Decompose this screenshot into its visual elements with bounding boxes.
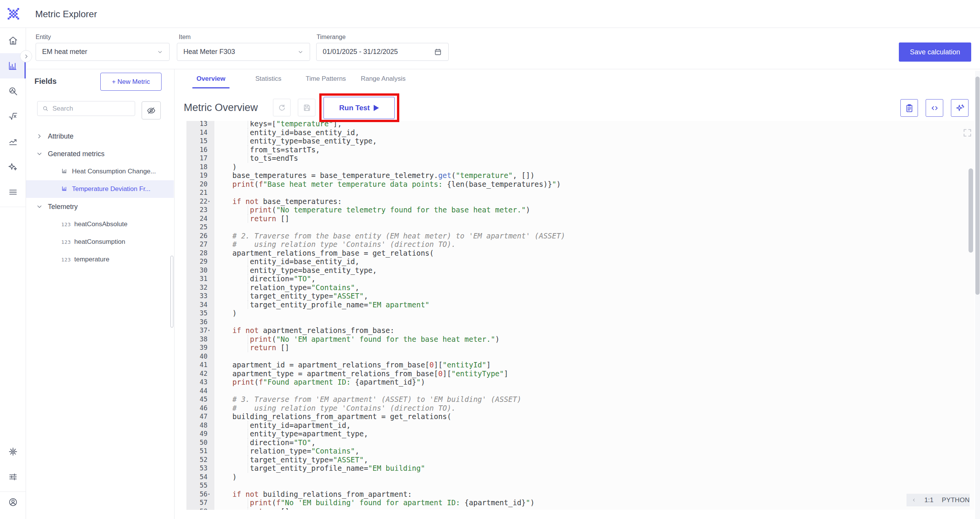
- code-line[interactable]: 54): [186, 473, 974, 481]
- code-line[interactable]: 36: [186, 318, 974, 326]
- code-line[interactable]: 41apartment_id = apartment_relations_fro…: [186, 361, 974, 369]
- code-line[interactable]: 49 entity_type=apartment_type,: [186, 429, 974, 438]
- tree-item[interactable]: 123heatConsAbsolute: [26, 215, 174, 233]
- search-input[interactable]: [52, 105, 130, 113]
- code-line[interactable]: 19base_temperatures = base_temperature_t…: [186, 171, 974, 180]
- save-metric-button[interactable]: [298, 99, 315, 116]
- code-line[interactable]: 40: [186, 352, 974, 361]
- editor-scrollbar-thumb[interactable]: [969, 168, 973, 253]
- tree-item[interactable]: 123temperature: [26, 251, 174, 268]
- sidebar-item-home[interactable]: [0, 28, 26, 53]
- line-number: 28: [186, 249, 214, 258]
- sidebar-expand-button[interactable]: [20, 50, 32, 62]
- sidebar-item-trend[interactable]: [0, 129, 26, 154]
- code-line[interactable]: 18): [186, 163, 974, 171]
- gear-icon: [8, 447, 18, 457]
- code-line[interactable]: 53 target_entity_profile_name="EM buildi…: [186, 464, 974, 473]
- fields-panel-scrollbar[interactable]: [170, 256, 173, 328]
- code-line[interactable]: 55: [186, 481, 974, 490]
- code-line[interactable]: 17 to_ts=endTs: [186, 154, 974, 163]
- code-line[interactable]: 28apartment_relations_from_base = get_re…: [186, 249, 974, 258]
- code-text: # using relation type 'Contains' (direct…: [214, 404, 974, 413]
- code-line[interactable]: 39 return []: [186, 343, 974, 352]
- code-line[interactable]: 34 target_entity_profile_name="EM apartm…: [186, 300, 974, 309]
- tab-statistics[interactable]: Statistics: [240, 69, 297, 88]
- code-line[interactable]: 51 relation_type="Contains",: [186, 447, 974, 455]
- code-line[interactable]: 21: [186, 188, 974, 197]
- refresh-button[interactable]: [273, 99, 291, 116]
- page-scrollbar-thumb[interactable]: [975, 77, 980, 295]
- tree-category-generated-metrics[interactable]: Generated metrics: [26, 145, 174, 163]
- sidebar-item-sparkles[interactable]: [0, 154, 26, 180]
- code-line[interactable]: 26# 2. Traverse from the base entity (EM…: [186, 232, 974, 240]
- tab-range-analysis[interactable]: Range Analysis: [354, 69, 412, 88]
- fullscreen-icon[interactable]: [962, 128, 972, 138]
- tree-item[interactable]: Temperature Deviation Fr...: [26, 180, 174, 198]
- tree-item-label: Temperature Deviation Fr...: [72, 185, 150, 193]
- code-line[interactable]: 56▾if not building_relations_from_apartm…: [186, 490, 974, 499]
- code-line[interactable]: 23 print("No temperature telemetry found…: [186, 206, 974, 214]
- entity-select[interactable]: EM heat meter: [36, 43, 170, 61]
- timerange-picker[interactable]: 01/01/2025 - 31/12/2025: [316, 43, 449, 61]
- code-line[interactable]: 33 target_entity_type="ASSET",: [186, 292, 974, 300]
- code-line[interactable]: 29 entity_id=base_entity_id,: [186, 257, 974, 266]
- field-search[interactable]: [37, 101, 135, 116]
- code-line[interactable]: 15 entity_type=base_entity_type,: [186, 137, 974, 145]
- code-line[interactable]: 52 target_entity_type="ASSET",: [186, 455, 974, 464]
- tree-category-attribute[interactable]: Attribute: [26, 127, 174, 145]
- code-line[interactable]: 50 direction="TO",: [186, 438, 974, 447]
- sidebar-item-search-anomaly[interactable]: [0, 78, 26, 104]
- code-line[interactable]: 22▾if not base_temperatures:: [186, 197, 974, 206]
- code-line[interactable]: 31 direction="TO",: [186, 274, 974, 283]
- code-editor[interactable]: 13 keys=["temperature"],14 entity_id=bas…: [186, 121, 974, 510]
- run-test-button[interactable]: Run Test: [323, 97, 395, 119]
- sidebar-item-menu[interactable]: [0, 180, 26, 205]
- code-line[interactable]: 35): [186, 309, 974, 318]
- fold-marker-icon[interactable]: ▾: [208, 197, 210, 206]
- code-line[interactable]: 46# using relation type 'Contains' (dire…: [186, 404, 974, 413]
- code-line[interactable]: 42apartment_type = apartment_relations_f…: [186, 369, 974, 378]
- tab-time-patterns[interactable]: Time Patterns: [297, 69, 354, 88]
- fold-marker-icon[interactable]: ▾: [208, 490, 210, 499]
- code-text: target_entity_type="ASSET",: [214, 455, 974, 464]
- code-line[interactable]: 44: [186, 387, 974, 395]
- sidebar-item-user[interactable]: [0, 490, 26, 515]
- new-metric-button[interactable]: + New Metric: [100, 73, 162, 91]
- code-line[interactable]: 38 print("No 'EM apartment' found for th…: [186, 335, 974, 344]
- item-select[interactable]: Heat Meter F303: [177, 43, 310, 61]
- code-line[interactable]: 45# 3. Traverse from 'EM apartment' (ASS…: [186, 395, 974, 404]
- code-text: base_temperatures = base_temperature_tel…: [214, 171, 974, 180]
- code-line[interactable]: 48 entity_id=apartment_id,: [186, 421, 974, 430]
- code-line[interactable]: 47building_relations_from_apartment = ge…: [186, 412, 974, 421]
- indent-guide: [248, 438, 248, 447]
- code-line[interactable]: 25: [186, 223, 974, 232]
- code-line[interactable]: 57 print(f"No 'EM building' found for ap…: [186, 498, 974, 507]
- sidebar-item-sqrt-function[interactable]: [0, 104, 26, 129]
- code-line[interactable]: 20print(f"Base heat meter temperature da…: [186, 180, 974, 189]
- sidebar-item-gear[interactable]: [0, 439, 26, 464]
- code-line[interactable]: 14 entity_id=base_entity_id,: [186, 128, 974, 137]
- tree-category-telemetry[interactable]: Telemetry: [26, 198, 174, 215]
- code-line[interactable]: 24 return []: [186, 214, 974, 223]
- code-line[interactable]: 16 from_ts=startTs,: [186, 145, 974, 154]
- ai-assist-button[interactable]: [951, 99, 969, 117]
- chevron-left-icon[interactable]: [912, 497, 916, 503]
- tree-item[interactable]: 123heatConsumption: [26, 233, 174, 251]
- code-line[interactable]: 30 entity_type=base_entity_type,: [186, 266, 974, 275]
- fold-marker-icon[interactable]: ▾: [208, 326, 210, 335]
- code-line[interactable]: 13 keys=["temperature"],: [186, 121, 974, 128]
- code-line[interactable]: 43print(f"Found apartment ID: {apartment…: [186, 378, 974, 387]
- code-line[interactable]: 58 return []: [186, 507, 974, 510]
- code-view-button[interactable]: [926, 99, 943, 117]
- page-scrollbar[interactable]: [975, 71, 980, 519]
- save-calculation-button[interactable]: Save calculation: [899, 42, 971, 62]
- indent-guide: [248, 464, 248, 473]
- sidebar-item-sliders[interactable]: [0, 464, 26, 490]
- tab-overview[interactable]: Overview: [182, 69, 240, 88]
- code-line[interactable]: 37▾if not apartment_relations_from_base:: [186, 326, 974, 335]
- copy-clipboard-button[interactable]: [900, 99, 918, 117]
- tree-item[interactable]: Heat Consumption Change...: [26, 163, 174, 180]
- code-line[interactable]: 32 relation_type="Contains",: [186, 283, 974, 292]
- code-line[interactable]: 27# using relation type 'Contains' (dire…: [186, 240, 974, 249]
- toggle-visibility-button[interactable]: [142, 101, 161, 119]
